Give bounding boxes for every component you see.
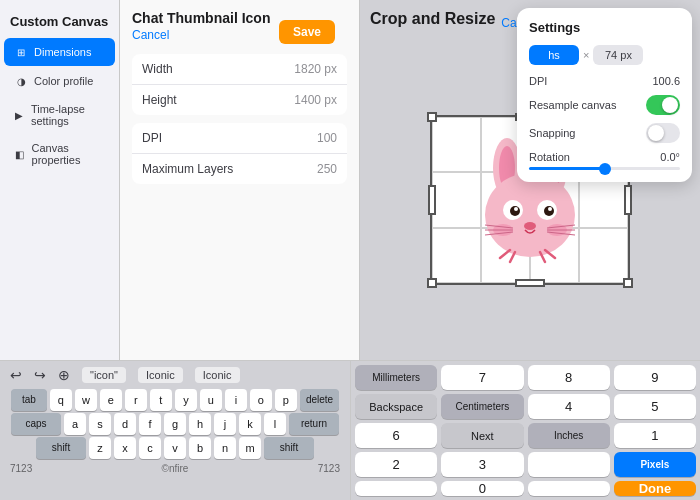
key-p[interactable]: p: [275, 389, 297, 411]
handle-bl[interactable]: [427, 278, 437, 288]
key-w[interactable]: w: [75, 389, 97, 411]
shift-left-key[interactable]: shift: [36, 437, 86, 459]
key-y[interactable]: y: [175, 389, 197, 411]
np-next[interactable]: Next: [441, 423, 523, 448]
max-layers-label: Maximum Layers: [142, 162, 233, 176]
caps-key[interactable]: caps: [11, 413, 61, 435]
middle-header: Chat Thumbnail Icon Cancel Save: [132, 10, 347, 42]
dpi-fields: DPI 100 Maximum Layers 250: [132, 123, 347, 184]
handle-br[interactable]: [623, 278, 633, 288]
shift-right-key[interactable]: shift: [264, 437, 314, 459]
delete-key[interactable]: delete: [300, 389, 339, 411]
key-z[interactable]: z: [89, 437, 111, 459]
np-1[interactable]: 1: [614, 423, 696, 448]
key-o[interactable]: o: [250, 389, 272, 411]
np-8[interactable]: 8: [528, 365, 610, 390]
toolbar-word-3[interactable]: Iconic: [195, 367, 240, 383]
key-l[interactable]: l: [264, 413, 286, 435]
sidebar-item-dimensions[interactable]: ⊞ Dimensions: [4, 38, 115, 66]
rotation-value: 0.0°: [660, 151, 680, 163]
np-empty-2: [355, 481, 437, 496]
dpi-label: DPI: [142, 131, 162, 145]
key-m[interactable]: m: [239, 437, 261, 459]
timelapse-icon: ▶: [14, 108, 25, 122]
toolbar-word-1[interactable]: "icon": [82, 367, 126, 383]
numpad-area: Millimeters 7 8 9 Backspace Centimeters …: [350, 361, 700, 500]
bottom-left-label[interactable]: 7123: [10, 463, 32, 474]
bottom-right-label[interactable]: 7123: [318, 463, 340, 474]
width-field[interactable]: Width 1820 px: [132, 54, 347, 85]
keyboard-toolbar: ↩ ↪ ⊕ "icon" Iconic Iconic: [2, 365, 348, 387]
dpi-value: 100: [317, 131, 337, 145]
key-i[interactable]: i: [225, 389, 247, 411]
np-6[interactable]: 6: [355, 423, 437, 448]
key-x[interactable]: x: [114, 437, 136, 459]
np-done[interactable]: Done: [614, 481, 696, 496]
np-4[interactable]: 4: [528, 394, 610, 419]
handle-bottom[interactable]: [515, 279, 545, 287]
np-5[interactable]: 5: [614, 394, 696, 419]
handle-tl[interactable]: [427, 112, 437, 122]
snapping-label: Snapping: [529, 127, 576, 139]
np-2[interactable]: 2: [355, 452, 437, 477]
np-0[interactable]: 0: [441, 481, 523, 496]
handle-left[interactable]: [428, 185, 436, 215]
rotation-slider[interactable]: [529, 167, 680, 170]
key-r[interactable]: r: [125, 389, 147, 411]
return-key[interactable]: return: [289, 413, 339, 435]
dimensions-icon: ⊞: [14, 45, 28, 59]
resample-toggle[interactable]: [646, 95, 680, 115]
np-3[interactable]: 3: [441, 452, 523, 477]
width-size-input[interactable]: [529, 45, 579, 65]
height-value: 1400 px: [294, 93, 337, 107]
svg-line-20: [500, 250, 510, 258]
np-backspace[interactable]: Backspace: [355, 394, 437, 419]
key-a[interactable]: a: [64, 413, 86, 435]
redo-icon[interactable]: ↪: [34, 367, 46, 383]
key-v[interactable]: v: [164, 437, 186, 459]
sidebar-item-canvas-props[interactable]: ◧ Canvas properties: [4, 135, 115, 173]
key-f[interactable]: f: [139, 413, 161, 435]
key-c[interactable]: c: [139, 437, 161, 459]
key-q[interactable]: q: [50, 389, 72, 411]
sidebar-item-label: Time-lapse settings: [31, 103, 105, 127]
key-n[interactable]: n: [214, 437, 236, 459]
save-button[interactable]: Save: [279, 20, 335, 44]
np-7[interactable]: 7: [441, 365, 523, 390]
sidebar-item-color-profile[interactable]: ◑ Color profile: [4, 67, 115, 95]
key-j[interactable]: j: [214, 413, 236, 435]
slider-thumb[interactable]: [599, 163, 611, 175]
np-pixels[interactable]: Pixels: [614, 452, 696, 477]
snapping-toggle[interactable]: [646, 123, 680, 143]
max-layers-field[interactable]: Maximum Layers 250: [132, 154, 347, 184]
copy-icon[interactable]: ⊕: [58, 367, 70, 383]
dpi-field[interactable]: DPI 100: [132, 123, 347, 154]
np-9[interactable]: 9: [614, 365, 696, 390]
color-profile-icon: ◑: [14, 74, 28, 88]
handle-right[interactable]: [624, 185, 632, 215]
np-empty-3: [528, 481, 610, 496]
key-e[interactable]: e: [100, 389, 122, 411]
undo-icon[interactable]: ↩: [10, 367, 22, 383]
svg-point-9: [514, 207, 518, 211]
height-size-input[interactable]: [593, 45, 643, 65]
key-h[interactable]: h: [189, 413, 211, 435]
toolbar-word-2[interactable]: Iconic: [138, 367, 183, 383]
sidebar-item-timelapse[interactable]: ▶ Time-lapse settings: [4, 96, 115, 134]
np-centimeters[interactable]: Centimeters: [441, 394, 523, 419]
key-g[interactable]: g: [164, 413, 186, 435]
sidebar-item-label: Color profile: [34, 75, 93, 87]
key-k[interactable]: k: [239, 413, 261, 435]
height-field[interactable]: Height 1400 px: [132, 85, 347, 115]
numpad-grid: Millimeters 7 8 9 Backspace Centimeters …: [355, 365, 696, 496]
np-empty-1: [528, 452, 610, 477]
key-u[interactable]: u: [200, 389, 222, 411]
dpi-settings-value: 100.6: [652, 75, 680, 87]
np-millimeters[interactable]: Millimeters: [355, 365, 437, 390]
np-inches[interactable]: Inches: [528, 423, 610, 448]
key-t[interactable]: t: [150, 389, 172, 411]
tab-key[interactable]: tab: [11, 389, 47, 411]
key-s[interactable]: s: [89, 413, 111, 435]
key-b[interactable]: b: [189, 437, 211, 459]
key-d[interactable]: d: [114, 413, 136, 435]
